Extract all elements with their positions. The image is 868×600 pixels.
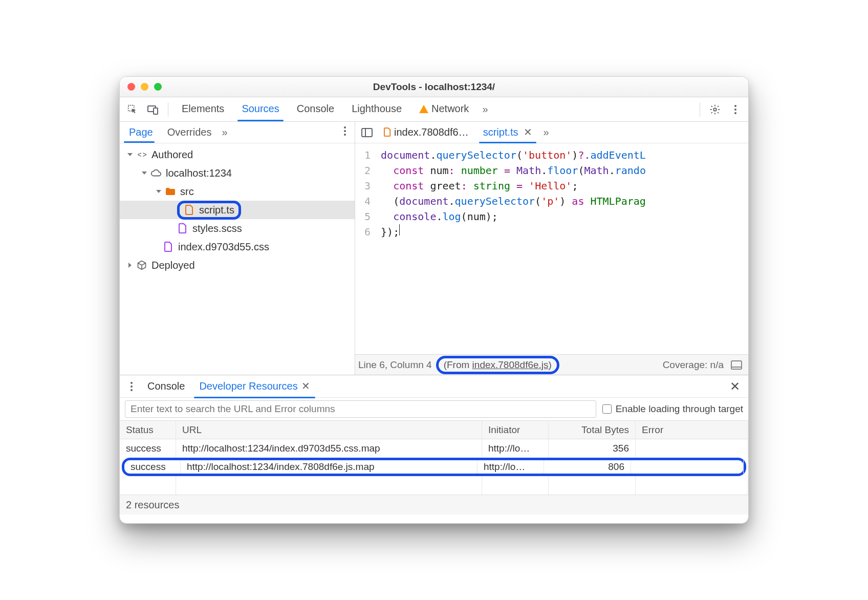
resources-table: Status URL Initiator Total Bytes Error s… (120, 420, 748, 495)
file-tab-label: script.ts (483, 126, 518, 138)
drawer-tab-developer-resources[interactable]: Developer Resources ✕ (192, 375, 317, 398)
text-cursor (399, 224, 400, 235)
tab-console[interactable]: Console (290, 98, 341, 121)
enable-loading-checkbox[interactable] (602, 404, 612, 414)
svg-rect-10 (362, 128, 372, 137)
close-window-button[interactable] (127, 83, 135, 91)
svg-point-8 (344, 130, 346, 132)
navigator-subtabs: Page Overrides » (120, 122, 355, 143)
toggle-navigator-icon[interactable] (358, 124, 376, 141)
minimize-window-button[interactable] (141, 83, 148, 91)
svg-point-5 (734, 109, 736, 111)
cloud-icon (150, 167, 162, 179)
col-header-total-bytes[interactable]: Total Bytes (549, 421, 636, 439)
cell-initiator: http://lo… (478, 460, 544, 474)
resource-count: 2 resources (126, 499, 180, 511)
folder-icon (165, 186, 176, 197)
table-blank-row (120, 476, 748, 495)
sourcemap-origin[interactable]: (From index.7808df6e.js) (436, 356, 559, 374)
file-tree: Authored localhost:1234 src (120, 143, 355, 375)
tree-label: index.d9703d55.css (178, 241, 269, 253)
close-drawer-tab-icon[interactable]: ✕ (301, 380, 310, 392)
svg-point-14 (131, 382, 133, 384)
file-icon (384, 127, 391, 137)
table-row[interactable]: success http://localhost:1234/index.7808… (122, 458, 746, 476)
col-header-url[interactable]: URL (176, 421, 482, 439)
window-title: DevTools - localhost:1234/ (120, 81, 748, 93)
zoom-window-button[interactable] (154, 83, 162, 91)
more-tabs-button[interactable]: » (479, 103, 491, 115)
disclosure-icon (126, 261, 134, 269)
coverage-status: Coverage: n/a (663, 359, 724, 371)
kebab-menu-icon[interactable] (727, 101, 744, 118)
tree-host[interactable]: localhost:1234 (120, 164, 355, 182)
svg-rect-2 (154, 108, 158, 114)
tree-file-index-css[interactable]: index.d9703d55.css (120, 238, 355, 256)
tab-lighthouse[interactable]: Lighthouse (344, 98, 409, 121)
disclosure-icon (155, 187, 163, 196)
file-icon (163, 241, 174, 252)
drawer-search-row: Enable loading through target (120, 398, 748, 420)
settings-icon[interactable] (706, 101, 724, 118)
file-tab-label: index.7808df6… (394, 126, 469, 138)
tree-label: Authored (151, 149, 193, 161)
tree-folder-src[interactable]: src (120, 182, 355, 201)
cell-initiator: http://lo… (482, 439, 549, 458)
col-header-error[interactable]: Error (636, 421, 748, 439)
svg-point-6 (734, 112, 736, 114)
traffic-lights (127, 83, 162, 91)
navigator-menu-icon[interactable] (337, 126, 353, 139)
cell-url: http://localhost:1234/index.7808df6e.js.… (181, 460, 478, 474)
code-editor[interactable]: 1 2 3 4 5 6 document.querySelector('butt… (355, 143, 748, 354)
drawer-panel: Console Developer Resources ✕ ✕ Enable l… (120, 375, 748, 523)
tab-network[interactable]: Network (412, 98, 476, 121)
sourcemap-origin-link[interactable]: index.7808df6e.js (472, 359, 549, 370)
cursor-position: Line 6, Column 4 (358, 359, 432, 371)
cell-error (631, 460, 744, 474)
svg-point-4 (734, 105, 736, 107)
tree-group-authored[interactable]: Authored (120, 145, 355, 164)
col-header-initiator[interactable]: Initiator (482, 421, 549, 439)
disclosure-icon (126, 151, 134, 159)
close-drawer-icon[interactable]: ✕ (725, 379, 745, 394)
enable-loading-checkbox-label[interactable]: Enable loading through target (602, 403, 743, 415)
tree-label: src (180, 186, 194, 198)
svg-rect-12 (731, 361, 742, 369)
drawer-menu-icon[interactable] (123, 378, 140, 395)
pretty-print-icon[interactable] (728, 356, 745, 374)
cell-error (636, 439, 748, 458)
table-header: Status URL Initiator Total Bytes Error (120, 421, 748, 439)
tree-file-styles-scss[interactable]: styles.scss (120, 219, 355, 238)
tree-label: Deployed (151, 260, 195, 271)
tab-elements[interactable]: Elements (175, 98, 231, 121)
file-tab-script-ts[interactable]: script.ts ✕ (477, 122, 538, 143)
file-icon (184, 204, 195, 216)
devtools-window: DevTools - localhost:1234/ Elements Sour… (119, 76, 749, 524)
disclosure-icon (140, 169, 148, 177)
more-subtabs-button[interactable]: » (219, 126, 230, 138)
resource-search-input[interactable] (125, 400, 596, 418)
svg-point-7 (344, 126, 346, 128)
tab-sources[interactable]: Sources (234, 98, 286, 121)
table-row[interactable]: success http://localhost:1234/index.d970… (120, 439, 748, 458)
col-header-status[interactable]: Status (120, 421, 176, 439)
tree-file-script-ts[interactable]: script.ts (120, 201, 355, 219)
close-tab-icon[interactable]: ✕ (524, 126, 532, 138)
tree-label: script.ts (199, 204, 234, 216)
drawer-tabs: Console Developer Resources ✕ ✕ (120, 375, 748, 398)
file-tab-index-js[interactable]: index.7808df6… (378, 122, 475, 143)
svg-point-9 (344, 134, 346, 136)
subtab-overrides[interactable]: Overrides (160, 122, 219, 143)
cell-bytes: 356 (549, 439, 636, 458)
svg-point-3 (713, 108, 717, 111)
device-toggle-icon[interactable] (144, 101, 162, 118)
inspect-icon[interactable] (124, 101, 141, 118)
sources-split: Page Overrides » Authored (120, 122, 748, 375)
more-file-tabs-button[interactable]: » (540, 126, 552, 138)
subtab-page[interactable]: Page (122, 122, 160, 143)
tree-group-deployed[interactable]: Deployed (120, 256, 355, 274)
drawer-tab-console[interactable]: Console (140, 375, 192, 398)
code-icon (136, 149, 147, 160)
navigator-pane: Page Overrides » Authored (120, 122, 355, 375)
code-body[interactable]: document.querySelector('button')?.addEve… (376, 143, 646, 354)
